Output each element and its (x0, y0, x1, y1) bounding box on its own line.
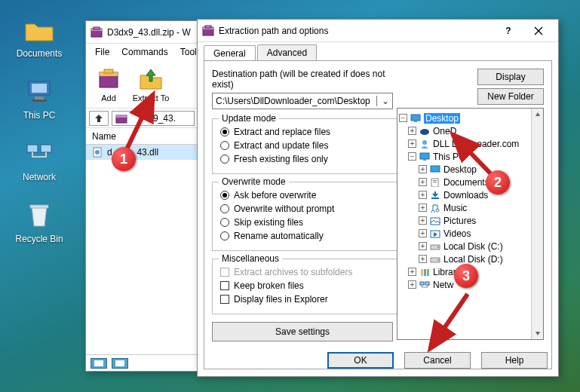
scroll-up-icon[interactable] (532, 109, 543, 121)
winrar-title: D3dx9_43.dll.zip - W (107, 27, 193, 38)
new-folder-button[interactable]: New Folder (477, 88, 544, 105)
tree-scrollbar[interactable] (531, 109, 543, 339)
status-icon (112, 358, 128, 369)
checkbox-icon (220, 281, 229, 290)
tree-node-music[interactable]: +Music (399, 201, 542, 214)
tree-node-pictures[interactable]: +Pictures (399, 214, 542, 227)
desktop-icon-documents[interactable]: Documents (9, 14, 69, 59)
annotation-marker-2: 2 (486, 170, 510, 194)
desktop-icon-thispc[interactable]: This PC (9, 75, 69, 121)
svg-rect-30 (431, 198, 439, 199)
folder-icon (23, 14, 55, 45)
dialog-tabs: General Advanced (198, 42, 558, 60)
svg-point-22 (420, 129, 429, 135)
radio-icon (220, 191, 229, 200)
radio-fresh-existing[interactable]: Fresh existing files only (220, 152, 392, 166)
winrar-menubar[interactable]: File Commands Tools (86, 44, 198, 60)
radio-ask-overwrite[interactable]: Ask before overwrite (220, 188, 392, 202)
misc-legend: Miscellaneous (219, 253, 282, 264)
file-list[interactable]: d3dx9_43.dll (86, 145, 198, 356)
tree-node-videos[interactable]: +Videos (399, 227, 542, 240)
checkbox-icon (220, 295, 229, 304)
up-directory-button[interactable] (89, 111, 109, 126)
ok-button[interactable]: OK (327, 352, 394, 369)
destination-path-input[interactable]: C:\Users\DllDownloader_com\Desktop ⌄ (212, 93, 393, 109)
desktop-icon-label: Documents (9, 48, 69, 59)
dialog-titlebar[interactable]: Extraction path and options ? (198, 20, 558, 42)
svg-rect-37 (421, 269, 423, 276)
svg-rect-4 (27, 145, 38, 152)
recycle-bin-icon (23, 199, 55, 231)
menu-file[interactable]: File (89, 45, 115, 59)
svg-point-34 (437, 247, 439, 248)
update-mode-legend: Update mode (219, 113, 279, 124)
tab-panel-general: Destination path (will be created if doe… (204, 60, 552, 369)
check-display-explorer[interactable]: Display files in Explorer (220, 292, 392, 306)
misc-group: Miscellaneous Extract archives to subfol… (212, 259, 400, 314)
radio-extract-replace[interactable]: Extract and replace files (220, 125, 392, 139)
tree-node-downloads[interactable]: +Downloads (399, 188, 542, 201)
tab-general[interactable]: General (204, 45, 256, 61)
annotation-arrow-1 (117, 87, 162, 155)
svg-point-36 (437, 259, 439, 261)
column-name[interactable]: Name (92, 131, 116, 142)
svg-rect-9 (94, 27, 100, 29)
svg-rect-25 (423, 159, 426, 161)
svg-rect-24 (420, 153, 429, 159)
network-icon (419, 280, 431, 290)
radio-icon (220, 155, 229, 164)
desktop-icon-network[interactable]: Network (9, 137, 69, 182)
chevron-down-icon[interactable]: ⌄ (376, 96, 389, 106)
tree-node-local-c[interactable]: +Local Disk (C:) (399, 240, 542, 253)
svg-point-16 (95, 150, 100, 155)
desktop-icon (410, 113, 422, 124)
check-extract-subfolders: Extract archives to subfolders (220, 265, 392, 279)
help-button[interactable]: Help (481, 352, 548, 369)
radio-icon (220, 218, 229, 227)
close-button[interactable] (523, 22, 554, 40)
destination-path-label: Destination path (will be created if doe… (212, 69, 400, 90)
radio-rename-auto[interactable]: Rename automatically (220, 229, 392, 243)
svg-rect-38 (424, 269, 426, 276)
radio-overwrite-noprompt[interactable]: Overwrite without prompt (220, 202, 392, 216)
desktop-icon-label: Network (9, 172, 69, 182)
svg-point-23 (422, 140, 427, 145)
documents-icon (429, 177, 441, 188)
libraries-icon (419, 267, 431, 277)
radio-skip-existing[interactable]: Skip existing files (220, 216, 392, 229)
music-icon (429, 203, 441, 213)
save-settings-button[interactable]: Save settings (212, 322, 393, 341)
downloads-icon (429, 190, 441, 201)
extraction-dialog[interactable]: Extraction path and options ? General Ad… (197, 19, 559, 377)
scroll-down-icon[interactable] (532, 327, 543, 339)
annotation-marker-1: 1 (112, 147, 136, 171)
winrar-window[interactable]: D3dx9_43.dll.zip - W File Commands Tools… (85, 20, 198, 372)
checkbox-icon (220, 268, 229, 277)
tree-node-desktop[interactable]: −Desktop (399, 112, 542, 124)
svg-rect-40 (420, 282, 424, 285)
svg-rect-26 (431, 166, 440, 172)
svg-rect-21 (414, 121, 417, 122)
annotation-marker-3: 3 (454, 264, 478, 288)
radio-extract-update[interactable]: Extract and update files (220, 139, 392, 152)
winrar-titlebar[interactable]: D3dx9_43.dll.zip - W (86, 21, 198, 44)
svg-rect-28 (433, 180, 437, 181)
drive-icon (429, 254, 441, 265)
display-button[interactable]: Display (477, 69, 544, 85)
winrar-icon (202, 25, 214, 37)
svg-rect-20 (411, 115, 420, 121)
tree-node-local-d[interactable]: +Local Disk (D:) (399, 253, 542, 265)
help-button[interactable]: ? (493, 22, 523, 40)
overwrite-mode-legend: Overwrite mode (219, 176, 289, 187)
desktop-icon-recycle[interactable]: Recycle Bin (9, 199, 69, 244)
annotation-arrow-3 (422, 290, 483, 358)
status-icon (91, 358, 107, 369)
menu-commands[interactable]: Commands (115, 45, 173, 59)
svg-rect-12 (104, 69, 113, 73)
videos-icon (429, 228, 441, 239)
tab-advanced[interactable]: Advanced (257, 44, 317, 60)
pc-icon (419, 152, 431, 162)
svg-rect-1 (32, 84, 47, 93)
winrar-icon (91, 26, 103, 38)
check-keep-broken[interactable]: Keep broken files (220, 279, 392, 292)
